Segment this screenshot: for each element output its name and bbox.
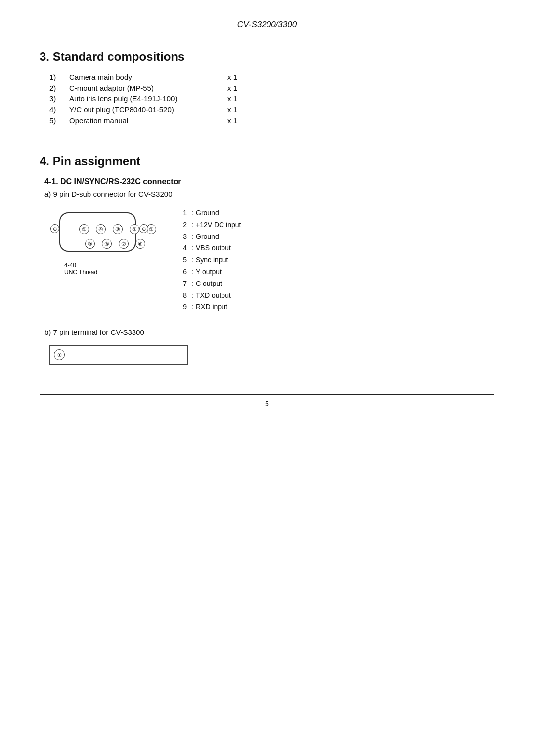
pin-description: TXD output <box>196 290 241 302</box>
pin-item: 9 : RXD input <box>173 301 241 313</box>
pin-description: +12V DC input <box>196 219 241 231</box>
pin-description: C output <box>196 278 241 290</box>
pin-item: 6 : Y output <box>173 266 241 278</box>
item-qty: x 1 <box>227 116 257 125</box>
item-label: Operation manual <box>69 116 227 125</box>
composition-item: 3) Auto iris lens pulg (E4-191J-100) x 1 <box>49 94 494 103</box>
pin-number: 8 <box>173 290 187 302</box>
dsub-diagram-area: ⊙ ⑤④③②① ⑨⑧⑦⑥ ⊙ 4-40 UNC Thread <box>44 207 494 313</box>
pin-item: 5 : Sync input <box>173 254 241 266</box>
pin-item: 8 : TXD output <box>173 290 241 302</box>
pin-number: 5 <box>173 254 187 266</box>
dsub-pin: ⑥ <box>135 239 145 249</box>
pin-number: 7 <box>173 278 187 290</box>
dsub-screw-right: ⊙ <box>139 224 148 233</box>
item-qty: x 1 <box>227 94 257 103</box>
item-num: 4) <box>49 105 69 114</box>
pin-number: 1 <box>173 207 187 219</box>
composition-item: 1) Camera main body x 1 <box>49 73 494 81</box>
document-title: CV-S3200/3300 <box>237 20 297 29</box>
partb-label: b) 7 pin terminal for CV-S3300 <box>44 328 494 336</box>
dsub-pin: ⑧ <box>102 239 112 249</box>
item-qty: x 1 <box>227 84 257 92</box>
dsub-pin: ⑤ <box>79 224 89 234</box>
dsub-pin: ⑦ <box>119 239 129 249</box>
pin-item: 1 : Ground <box>173 207 241 219</box>
pin-item: 2 : +12V DC input <box>173 219 241 231</box>
item-num: 3) <box>49 94 69 103</box>
parta-label: a) 9 pin D-sub connector for CV-S3200 <box>44 190 494 198</box>
pin-item: 3 : Ground <box>173 231 241 243</box>
pin-item: 7 : C output <box>173 278 241 290</box>
pin-sub1-heading: 4-1. DC IN/SYNC/RS-232C connector <box>44 177 494 186</box>
section-4: 4. Pin assignment 4-1. DC IN/SYNC/RS-232… <box>40 154 494 365</box>
pin-number: 4 <box>173 242 187 254</box>
compositions-list: 1) Camera main body x 1 2) C-mount adapt… <box>49 73 494 125</box>
pin-number: 9 <box>173 301 187 313</box>
dsub-pin: ③ <box>113 224 123 234</box>
terminal-connector-drawing: ① <box>49 345 188 365</box>
terminal-top-row: ① <box>50 346 187 364</box>
pin-description: Y output <box>196 266 241 278</box>
page-number: 5 <box>265 400 269 408</box>
terminal-diagram-area: ① <box>44 345 494 365</box>
section3-heading: 3. Standard compositions <box>40 50 494 64</box>
pin-description: Ground <box>196 207 241 219</box>
page-header: CV-S3200/3300 <box>40 20 494 34</box>
item-num: 1) <box>49 73 69 81</box>
pin-description: Sync input <box>196 254 241 266</box>
pin-item: 4 : VBS output <box>173 242 241 254</box>
dsub-pins-bottom: ⑨⑧⑦⑥ <box>85 239 145 249</box>
item-label: Y/C out plug (TCP8040-01-520) <box>69 105 227 114</box>
pin-number: 6 <box>173 266 187 278</box>
parta-pin-list: 1 : Ground2 : +12V DC input3 : Ground4 :… <box>173 207 241 313</box>
terminal-pin-circle: ① <box>54 349 65 360</box>
item-label: Auto iris lens pulg (E4-191J-100) <box>69 94 227 103</box>
item-num: 2) <box>49 84 69 92</box>
page-footer: 5 <box>40 394 494 408</box>
dsub-body: ⑤④③②① ⑨⑧⑦⑥ <box>59 212 136 252</box>
pin-number: 2 <box>173 219 187 231</box>
item-label: Camera main body <box>69 73 227 81</box>
item-qty: x 1 <box>227 105 257 114</box>
pin-number: 3 <box>173 231 187 243</box>
item-qty: x 1 <box>227 73 257 81</box>
terminal-pin-cell: ① <box>50 346 69 364</box>
composition-item: 2) C-mount adaptor (MP-55) x 1 <box>49 84 494 92</box>
item-label: C-mount adaptor (MP-55) <box>69 84 227 92</box>
dsub-pin: ② <box>130 224 139 234</box>
composition-item: 5) Operation manual x 1 <box>49 116 494 125</box>
dsub-thread-label: 4-40 UNC Thread <box>64 262 97 276</box>
pin-description: Ground <box>196 231 241 243</box>
section-3: 3. Standard compositions 1) Camera main … <box>40 50 494 125</box>
item-num: 5) <box>49 116 69 125</box>
composition-item: 4) Y/C out plug (TCP8040-01-520) x 1 <box>49 105 494 114</box>
dsub-connector-drawing: ⊙ ⑤④③②① ⑨⑧⑦⑥ ⊙ 4-40 UNC Thread <box>49 207 148 262</box>
pin-description: RXD input <box>196 301 241 313</box>
pin-description: VBS output <box>196 242 241 254</box>
dsub-pin: ④ <box>96 224 106 234</box>
pin-sub-1: 4-1. DC IN/SYNC/RS-232C connector a) 9 p… <box>44 177 494 365</box>
dsub-screw-left: ⊙ <box>50 224 59 233</box>
section4-heading: 4. Pin assignment <box>40 154 494 168</box>
dsub-pin: ⑨ <box>85 239 95 249</box>
